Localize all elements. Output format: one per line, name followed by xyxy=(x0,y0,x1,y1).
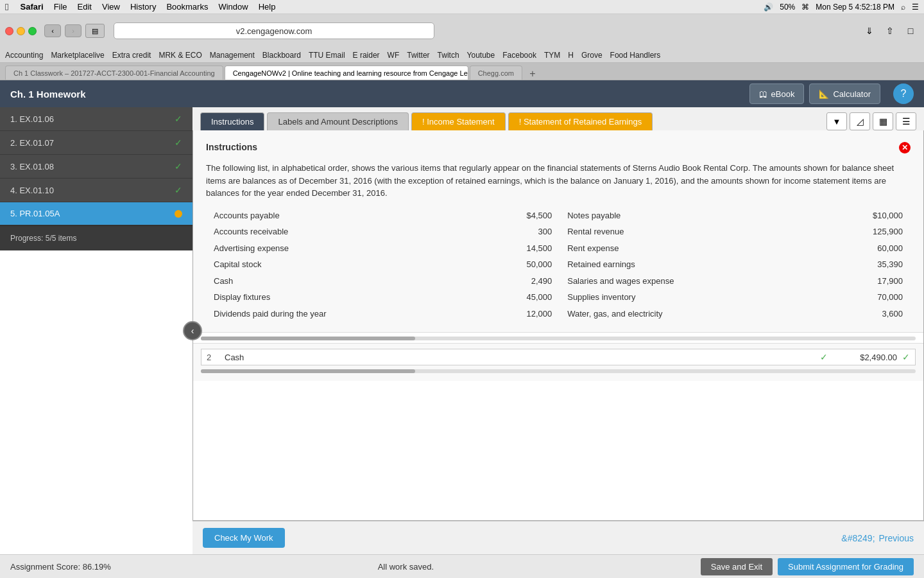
app-header: Ch. 1 Homework 🕮 eBook 📐 Calculator ? xyxy=(0,80,924,107)
address-bar[interactable]: v2.cengagenow.com xyxy=(114,22,434,39)
bm-mrk[interactable]: MRK & ECO xyxy=(158,51,201,60)
menu-bookmarks[interactable]: Bookmarks xyxy=(166,2,208,12)
entry-row: 2 Cash ✓ $2,490.00 ✓ xyxy=(201,349,916,365)
menu-history[interactable]: History xyxy=(130,2,156,12)
tab-chegg[interactable]: Chegg.com xyxy=(470,66,522,80)
sidebar-item-ex0108[interactable]: 3. EX.01.08 ✓ xyxy=(0,155,193,179)
tab-labels[interactable]: Labels and Amount Descriptions xyxy=(267,112,408,130)
menu-safari[interactable]: Safari xyxy=(20,2,43,12)
sidebar-item-label-5: 5. PR.01.05A xyxy=(10,209,60,218)
bm-ttuemail[interactable]: TTU Email xyxy=(309,51,345,60)
tab-view-single[interactable]: ◿ xyxy=(850,112,870,130)
assignment-score: Assignment Score: 86.19% xyxy=(10,562,111,572)
sidebar-item-ex0110[interactable]: 4. EX.01.10 ✓ xyxy=(0,179,193,202)
tab-cengagenow[interactable]: CengageNOWv2 | Online teaching and learn… xyxy=(225,66,468,80)
apple-menu[interactable]:  xyxy=(5,1,8,12)
maximize-button[interactable] xyxy=(28,27,37,35)
sidebar-collapse-button[interactable]: ‹ xyxy=(183,321,202,340)
save-exit-button[interactable]: Save and Exit xyxy=(701,558,773,575)
sidebar-item-ex0106[interactable]: 1. EX.01.06 ✓ xyxy=(0,107,193,131)
search-icon[interactable]: ⌕ xyxy=(901,3,905,12)
bm-marketplace[interactable]: Marketplacelive xyxy=(51,51,104,60)
bm-h[interactable]: H xyxy=(568,51,574,60)
tab-income-statement[interactable]: ! Income Statement xyxy=(411,112,506,130)
tab-view-button[interactable]: ▤ xyxy=(85,24,105,38)
sidebar-item-label-2: 2. EX.01.07 xyxy=(10,138,54,148)
table-cell-val2: 125,900 xyxy=(815,223,911,240)
book-icon: 🕮 xyxy=(759,89,767,99)
instructions-close-button[interactable]: ✕ xyxy=(899,142,911,153)
content-area: Instructions Labels and Amount Descripti… xyxy=(193,107,924,554)
menu-file[interactable]: File xyxy=(54,2,67,12)
bm-wf[interactable]: WF xyxy=(388,51,400,60)
check-icon-1: ✓ xyxy=(175,114,182,124)
entry-scrollbar-thumb[interactable] xyxy=(201,369,415,373)
bm-eraider[interactable]: E raider xyxy=(353,51,380,60)
menubar:  Safari File Edit View History Bookmark… xyxy=(0,0,924,14)
bm-twitch[interactable]: Twitch xyxy=(438,51,459,60)
calculator-button[interactable]: 📐 Calculator xyxy=(809,83,880,104)
bm-blackboard[interactable]: Blackboard xyxy=(262,51,301,60)
tab-view-list[interactable]: ☰ xyxy=(896,112,916,130)
bm-foodhandlers[interactable]: Food Handlers xyxy=(610,51,661,60)
entry-area: 2 Cash ✓ $2,490.00 ✓ xyxy=(193,343,923,381)
tab-instructions[interactable]: Instructions xyxy=(200,112,264,130)
financial-table: Accounts payable $4,500 Notes payable $1… xyxy=(206,207,911,322)
table-cell-val2: 70,000 xyxy=(815,289,911,306)
ebook-button[interactable]: 🕮 eBook xyxy=(749,83,805,104)
check-my-work-button[interactable]: Check My Work xyxy=(203,528,285,548)
traffic-lights xyxy=(5,27,37,35)
tab-label-cengage: CengageNOWv2 | Online teaching and learn… xyxy=(233,69,468,77)
entry-scrollbar[interactable] xyxy=(201,369,916,373)
wifi-icon: ⌘ xyxy=(801,3,809,12)
table-cell-label2: Rental revenue xyxy=(560,223,815,240)
bm-grove[interactable]: Grove xyxy=(581,51,603,60)
table-cell-val2: 17,900 xyxy=(815,273,911,290)
app-footer: Assignment Score: 86.19% All work saved.… xyxy=(0,554,924,578)
table-cell-label2: Retained earnings xyxy=(560,256,815,273)
bm-extra[interactable]: Extra credit xyxy=(112,51,151,60)
browser-chrome: ‹ › ▤ v2.cengagenow.com ⇓ ⇧ □ Accounting… xyxy=(0,14,924,80)
tab-income-label: ! Income Statement xyxy=(422,117,495,127)
entry-label: Cash xyxy=(225,353,815,362)
sidebar-item-label-4: 4. EX.01.10 xyxy=(10,186,54,195)
help-button[interactable]: ? xyxy=(893,83,914,104)
tab-view-grid[interactable]: ▦ xyxy=(873,112,893,130)
h-scrollbar[interactable] xyxy=(201,337,916,340)
bm-tym[interactable]: TYM xyxy=(544,51,560,60)
h-scrollbar-thumb[interactable] xyxy=(201,337,415,340)
tab-dropdown-button[interactable]: ▼ xyxy=(826,112,847,130)
sidebar-item-pr0105a[interactable]: 5. PR.01.05A xyxy=(0,202,193,225)
bm-twitter[interactable]: Twitter xyxy=(407,51,429,60)
share-icon[interactable]: ⇧ xyxy=(882,24,898,38)
table-cell-val2: 3,600 xyxy=(815,306,911,322)
sidebar-item-ex0107[interactable]: 2. EX.01.07 ✓ xyxy=(0,131,193,155)
entry-row-number: 2 xyxy=(207,353,219,362)
new-tab-icon[interactable]: □ xyxy=(902,24,919,38)
new-tab-button[interactable]: + xyxy=(526,68,539,80)
menu-help[interactable]: Help xyxy=(259,2,276,12)
download-icon[interactable]: ⇓ xyxy=(861,24,878,38)
check-icon-2: ✓ xyxy=(175,137,182,148)
close-button[interactable] xyxy=(5,27,13,35)
sidebar: 1. EX.01.06 ✓ 2. EX.01.07 ✓ 3. EX.01.08 … xyxy=(0,107,193,250)
minimize-button[interactable] xyxy=(17,27,25,35)
bm-facebook[interactable]: Facebook xyxy=(502,51,536,60)
entry-amount[interactable]: $2,490.00 xyxy=(833,353,897,362)
submit-assignment-button[interactable]: Submit Assignment for Grading xyxy=(778,558,914,575)
previous-button[interactable]: &#8249; Previous xyxy=(841,533,914,543)
menu-edit[interactable]: Edit xyxy=(78,2,92,12)
tab-retained-earnings[interactable]: ! Statement of Retained Earnings xyxy=(508,112,653,130)
tab-ch1classwork[interactable]: Ch 1 Classwork – 201727-ACCT-2300-001-Fi… xyxy=(5,66,223,80)
menu-window[interactable]: Window xyxy=(218,2,248,12)
table-cell-val1: 45,000 xyxy=(474,289,560,306)
bm-youtube[interactable]: Youtube xyxy=(467,51,495,60)
tab-retained-label: ! Statement of Retained Earnings xyxy=(519,117,642,127)
bm-accounting[interactable]: Accounting xyxy=(5,51,43,60)
menu-view[interactable]: View xyxy=(102,2,120,12)
forward-button[interactable]: › xyxy=(65,24,81,37)
table-cell-label1: Display fixtures xyxy=(206,289,474,306)
bm-management[interactable]: Management xyxy=(210,51,255,60)
back-button[interactable]: ‹ xyxy=(44,24,61,37)
menu-list-icon[interactable]: ☰ xyxy=(912,3,919,12)
